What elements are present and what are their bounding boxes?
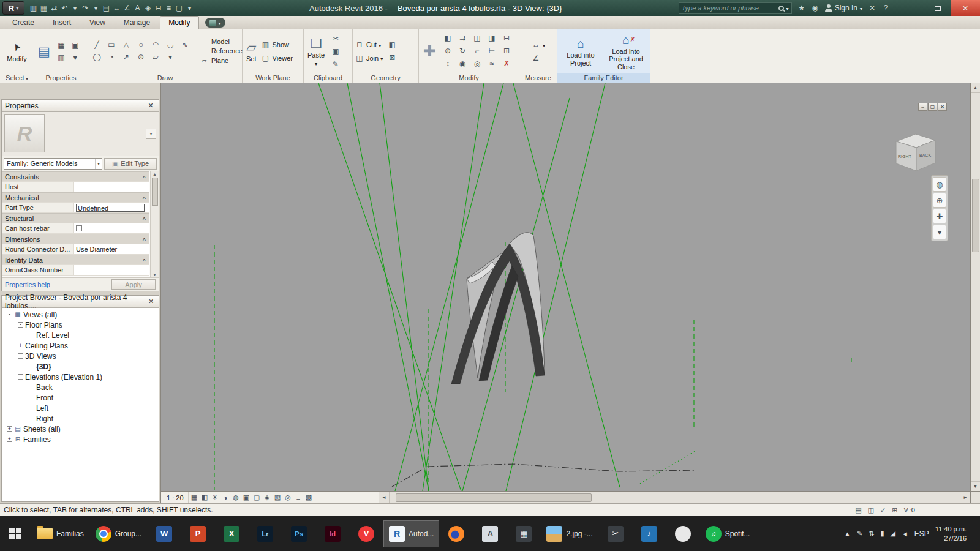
communication-center-icon[interactable]: ◉ xyxy=(810,4,821,12)
temporary-hide-icon[interactable]: ▧ xyxy=(273,492,283,503)
taskbar-firefox-button[interactable] xyxy=(440,520,473,547)
properties-more-icon[interactable]: ▾ xyxy=(69,51,82,63)
close-button[interactable] xyxy=(951,0,980,16)
tree-item[interactable]: Left xyxy=(2,403,159,413)
show-desktop-button[interactable] xyxy=(973,516,978,551)
tree-node-label[interactable]: Sheets (all) xyxy=(23,425,61,433)
circle-icon[interactable]: ○ xyxy=(134,39,148,51)
load-into-project-button[interactable]: ⌂ Load into Project xyxy=(559,36,602,67)
ribbon-tab[interactable]: View xyxy=(81,16,114,29)
design-options-icon[interactable]: ◫ xyxy=(868,506,874,514)
tree-item[interactable]: Floor Plans xyxy=(2,320,159,330)
tree-node-label[interactable]: Ref. Level xyxy=(36,331,69,340)
panel-label-workplane[interactable]: Work Plane xyxy=(243,73,303,83)
navbar-more-icon[interactable]: ▾ xyxy=(933,225,946,239)
spline-icon[interactable]: ∿ xyxy=(178,39,192,51)
taskbar-indesign-button[interactable]: Id xyxy=(316,520,349,547)
tree-node-label[interactable]: Ceiling Plans xyxy=(25,342,68,350)
tree-item[interactable]: Ceiling Plans xyxy=(2,340,159,351)
exchange-apps-icon[interactable]: ✕ xyxy=(867,4,878,12)
sun-path-icon[interactable]: ☀ xyxy=(210,492,221,503)
tree-expander-icon[interactable] xyxy=(18,353,23,359)
partial-ellipse-icon[interactable]: ◔ xyxy=(105,51,118,63)
project-browser-close-icon[interactable] xyxy=(146,298,156,305)
temporary-view-properties-icon[interactable]: ≡ xyxy=(293,492,304,503)
viewer-button[interactable]: ▢ Viewer xyxy=(261,52,293,64)
default-3d-view-icon[interactable]: ◈ xyxy=(143,2,153,14)
pick-lines-icon[interactable]: ↗ xyxy=(119,51,133,63)
scroll-left-icon[interactable] xyxy=(379,492,390,503)
scroll-down-arrow-icon[interactable] xyxy=(971,481,980,491)
volume-icon[interactable]: ◄ xyxy=(902,530,908,538)
show-workplane-button[interactable]: ▥ Show xyxy=(261,39,293,51)
hidden-icons-icon[interactable]: ▲ xyxy=(844,530,851,538)
point-element-icon[interactable]: ⊙ xyxy=(134,51,148,63)
tree-item[interactable]: Back xyxy=(2,382,159,392)
help-icon[interactable]: ? xyxy=(880,4,891,12)
pen-tray-icon[interactable]: ✎ xyxy=(857,530,862,538)
properties-help-link[interactable]: Properties help xyxy=(5,281,50,288)
taskbar-media-button[interactable] xyxy=(666,520,699,547)
match-properties-icon[interactable]: ✎ xyxy=(329,58,342,70)
scroll-up-arrow-icon[interactable] xyxy=(971,83,980,93)
taskbar-powerpoint-button[interactable]: P xyxy=(181,520,214,547)
tree-node-label[interactable]: Views (all) xyxy=(23,310,57,319)
tree-item[interactable]: Ref. Level xyxy=(2,330,159,340)
undo-dropdown-icon[interactable]: ▾ xyxy=(70,2,80,14)
panel-label-modify[interactable]: Modify xyxy=(419,73,519,83)
horizontal-scrollbar[interactable] xyxy=(379,491,970,503)
worksets-icon[interactable]: ▤ xyxy=(855,506,861,514)
taskbar-snipping-button[interactable]: ✂ xyxy=(599,520,632,547)
level-line[interactable] xyxy=(392,464,695,487)
scroll-down-icon[interactable] xyxy=(153,272,157,277)
maximize-button[interactable] xyxy=(925,0,951,16)
viewcube[interactable]: RIGHT BACK xyxy=(896,134,935,171)
zoom-icon[interactable]: ⊕ xyxy=(933,193,946,208)
tree-node-label[interactable]: Floor Plans xyxy=(25,321,62,329)
horizontal-scroll-thumb[interactable] xyxy=(396,493,592,502)
panel-label-measure[interactable]: Measure xyxy=(519,73,557,83)
section-icon[interactable]: ⊟ xyxy=(153,2,164,14)
ribbon-tab[interactable]: Manage xyxy=(115,16,159,29)
properties-scrollbar[interactable] xyxy=(150,171,159,277)
tree-expander-icon[interactable] xyxy=(18,374,23,380)
model-line-option[interactable]: ─ Model xyxy=(200,38,243,45)
family-types-icon[interactable]: ▦ xyxy=(55,39,68,51)
rendering-dialog-icon[interactable]: ◍ xyxy=(231,492,241,503)
search-icon[interactable] xyxy=(778,6,784,11)
array-icon[interactable]: ⊞ xyxy=(500,45,513,57)
search-input[interactable] xyxy=(682,4,776,12)
measure-button[interactable]: ↔ xyxy=(531,39,545,51)
redo-dropdown-icon[interactable]: ▾ xyxy=(91,2,101,14)
sign-in-button[interactable]: Sign In xyxy=(825,4,862,12)
taskbar-vivaldi-button[interactable]: V xyxy=(350,520,383,547)
property-row[interactable]: Mechanical xyxy=(2,192,149,203)
steering-wheel-icon[interactable]: ◍ xyxy=(933,177,946,192)
analytical-model-icon[interactable]: ▩ xyxy=(304,492,314,503)
open-icon[interactable]: ▥ xyxy=(28,2,39,14)
crop-view-icon[interactable]: ▣ xyxy=(241,492,252,503)
property-row[interactable]: Can host rebar xyxy=(2,223,149,234)
lock-3d-view-icon[interactable]: ◈ xyxy=(262,492,273,503)
taskbar-calculator-button[interactable]: ▦ xyxy=(507,520,540,547)
network-icon[interactable]: ◢ xyxy=(890,530,895,538)
properties-close-icon[interactable] xyxy=(146,102,156,110)
print-icon[interactable]: ▤ xyxy=(101,2,111,14)
scale-button[interactable]: 1 : 20 xyxy=(162,492,189,503)
ellipse-icon[interactable]: ◯ xyxy=(90,51,104,63)
battery-icon[interactable]: ▮ xyxy=(880,530,884,538)
panel-label-clipboard[interactable]: Clipboard xyxy=(304,73,352,83)
taskbar-reader-button[interactable]: A xyxy=(473,520,507,547)
taskbar-spotify-button[interactable]: ♫ Spotif... xyxy=(700,520,756,547)
family-category-icon[interactable]: ▣ xyxy=(69,39,82,51)
aligned-dimension-icon[interactable]: ∠ xyxy=(122,2,132,14)
cut-geometry-button[interactable]: ⊓ Cut xyxy=(355,39,383,51)
taskbar-photo-viewer-button[interactable]: 2.jpg -... xyxy=(541,520,598,547)
plane-option[interactable]: ▱ Plane xyxy=(200,57,243,65)
view-restore-button[interactable] xyxy=(928,103,937,111)
sync-icon[interactable]: ⇄ xyxy=(49,2,59,14)
tree-item[interactable]: ▤ Sheets (all) xyxy=(2,424,159,434)
view-close-button[interactable] xyxy=(938,103,947,111)
trim-icon[interactable]: ⌐ xyxy=(470,45,484,57)
unpin-icon[interactable]: ◎ xyxy=(470,58,484,70)
